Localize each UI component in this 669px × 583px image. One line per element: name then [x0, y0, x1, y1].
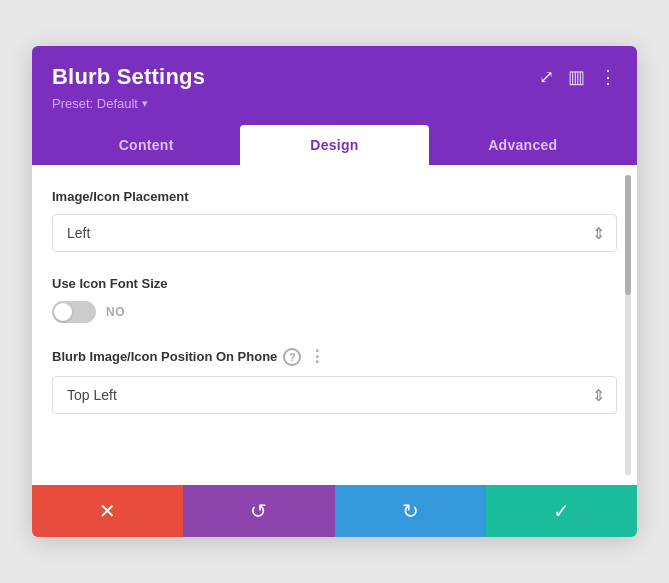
blurb-position-select[interactable]: Top Left Top Center Top Right Center Lef… [52, 376, 617, 414]
preset-label[interactable]: Preset: Default ▾ [52, 96, 617, 111]
image-placement-group: Image/Icon Placement Left Top Right Bott… [52, 189, 617, 252]
image-placement-select[interactable]: Left Top Right Bottom [52, 214, 617, 252]
expand-icon[interactable]: ⤢ [539, 66, 554, 88]
image-placement-label: Image/Icon Placement [52, 189, 617, 204]
modal-container: Blurb Settings ⤢ ▥ ⋮ Preset: Default ▾ C… [32, 46, 637, 537]
reset-icon: ↺ [250, 499, 267, 523]
toggle-track[interactable] [52, 301, 96, 323]
blurb-position-label-text: Blurb Image/Icon Position On Phone [52, 349, 277, 364]
scrollbar-track[interactable] [625, 175, 631, 475]
image-placement-select-wrapper: Left Top Right Bottom ⇕ [52, 214, 617, 252]
cancel-button[interactable]: ✕ [32, 485, 183, 537]
blurb-position-group: Blurb Image/Icon Position On Phone ? ⋮ T… [52, 347, 617, 414]
redo-button[interactable]: ↻ [335, 485, 486, 537]
tabs-bar: Content Design Advanced [52, 125, 617, 165]
tab-content[interactable]: Content [52, 125, 240, 165]
reset-button[interactable]: ↺ [183, 485, 334, 537]
toggle-thumb [54, 303, 72, 321]
tab-advanced[interactable]: Advanced [429, 125, 617, 165]
image-placement-label-text: Image/Icon Placement [52, 189, 189, 204]
scrollbar-thumb [625, 175, 631, 295]
footer: ✕ ↺ ↻ ✓ [32, 485, 637, 537]
blurb-position-label: Blurb Image/Icon Position On Phone ? ⋮ [52, 347, 617, 366]
toggle-row: NO [52, 301, 617, 323]
preset-text: Preset: Default [52, 96, 138, 111]
preset-chevron: ▾ [142, 97, 148, 110]
icon-font-size-label-text: Use Icon Font Size [52, 276, 168, 291]
toggle-no-label: NO [106, 305, 125, 319]
save-button[interactable]: ✓ [486, 485, 637, 537]
blurb-position-menu-icon[interactable]: ⋮ [309, 347, 325, 366]
columns-icon[interactable]: ▥ [568, 66, 585, 88]
blurb-position-select-wrapper: Top Left Top Center Top Right Center Lef… [52, 376, 617, 414]
redo-icon: ↻ [402, 499, 419, 523]
cancel-icon: ✕ [99, 499, 116, 523]
header: Blurb Settings ⤢ ▥ ⋮ Preset: Default ▾ C… [32, 46, 637, 165]
header-top: Blurb Settings ⤢ ▥ ⋮ [52, 64, 617, 90]
header-icons: ⤢ ▥ ⋮ [539, 66, 617, 88]
body: Image/Icon Placement Left Top Right Bott… [32, 165, 637, 485]
help-icon[interactable]: ? [283, 348, 301, 366]
icon-font-size-group: Use Icon Font Size NO [52, 276, 617, 323]
save-icon: ✓ [553, 499, 570, 523]
tab-design[interactable]: Design [240, 125, 428, 165]
more-icon[interactable]: ⋮ [599, 66, 617, 88]
icon-font-size-label: Use Icon Font Size [52, 276, 617, 291]
modal-title: Blurb Settings [52, 64, 205, 90]
